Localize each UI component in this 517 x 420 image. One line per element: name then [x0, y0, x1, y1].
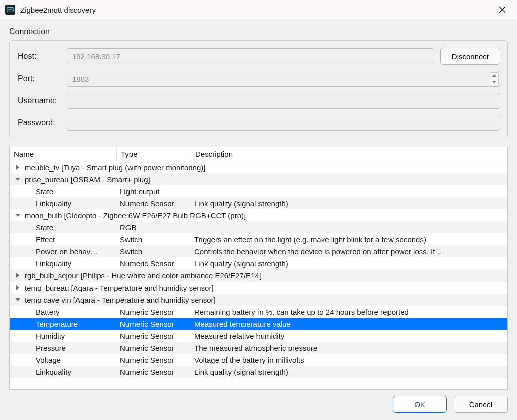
tree-item-type: Numeric Sensor: [117, 259, 191, 268]
host-input[interactable]: [67, 48, 434, 64]
tree-group[interactable]: prise_bureau [OSRAM - Smart+ plug]: [10, 173, 507, 185]
tree-group-label: meuble_tv [Tuya - Smart plug (with power…: [25, 163, 205, 172]
disconnect-button[interactable]: Disconnect: [440, 48, 500, 65]
username-input[interactable]: [67, 93, 500, 109]
tree-item-description: Link quality (signal strength): [191, 368, 507, 376]
tree-group[interactable]: moon_bulb [Gledopto - Zigbee 6W E26/E27 …: [10, 209, 507, 221]
username-label: Username:: [17, 96, 67, 105]
connection-group: Host: Disconnect Port: Username:: [9, 40, 508, 139]
tree-item-type: Numeric Sensor: [117, 356, 191, 364]
close-button[interactable]: [491, 2, 514, 18]
close-icon: [499, 6, 506, 13]
tree-item-type: Numeric Sensor: [117, 332, 191, 340]
column-header-type[interactable]: Type: [117, 147, 191, 161]
tree-item-name: Linkquality: [36, 199, 71, 208]
tree-item-type: RGB: [117, 223, 191, 232]
tree-item[interactable]: LinkqualityNumeric SensorLink quality (s…: [10, 197, 507, 209]
tree-item[interactable]: EffectSwitchTriggers an effect on the li…: [10, 233, 507, 245]
tree-item-type: Numeric Sensor: [117, 308, 191, 316]
tree-item-name: Battery: [36, 308, 60, 316]
tree-header: Name Type Description: [10, 147, 507, 161]
tree-group[interactable]: temp cave vin [Aqara - Temperature and h…: [10, 294, 507, 306]
tree-group[interactable]: rgb_bulb_sejour [Philips - Hue white and…: [10, 269, 507, 282]
tree-group-label: temp_bureau [Aqara - Temperature and hum…: [25, 284, 214, 292]
tree-item-name: Voltage: [36, 356, 61, 364]
cancel-button[interactable]: Cancel: [454, 396, 508, 413]
tree-item[interactable]: StateLight output: [10, 185, 507, 197]
chevron-down-icon[interactable]: [14, 296, 22, 304]
app-icon: [5, 5, 15, 15]
client-area: Connection Host: Disconnect Port: Userna…: [0, 19, 517, 420]
tree-item-description: Measured relative humidity: [191, 332, 507, 340]
password-input[interactable]: [67, 115, 500, 131]
tree-item-name: Power-on behav…: [36, 247, 98, 256]
tree-item-type: Numeric Sensor: [117, 368, 191, 376]
tree-item-type: Switch: [117, 247, 191, 256]
tree-item-name: Pressure: [36, 344, 66, 352]
tree-item[interactable]: Power-on behav…SwitchControls the behavi…: [10, 245, 507, 257]
tree-item[interactable]: LinkqualityNumeric SensorLink quality (s…: [10, 257, 507, 269]
tree-item-name: Linkquality: [36, 368, 71, 376]
dialog-window: Zigbee2mqtt discovery Connection Host: D…: [0, 0, 517, 420]
tree-item-description: Voltage of the battery in millivolts: [191, 356, 507, 364]
tree-item-description: Link quality (signal strength): [191, 259, 507, 268]
tree-item[interactable]: StateRGB: [10, 221, 507, 233]
chevron-right-icon[interactable]: [14, 163, 22, 171]
tree-item-description: Measured temperature value: [191, 320, 507, 328]
tree-item-name: State: [36, 223, 53, 232]
tree-item-type: Switch: [117, 235, 191, 244]
window-title: Zigbee2mqtt discovery: [20, 6, 96, 14]
chevron-down-icon[interactable]: [14, 211, 22, 219]
password-label: Password:: [17, 118, 67, 127]
chevron-right-icon[interactable]: [14, 271, 22, 279]
tree-group-label: rgb_bulb_sejour [Philips - Hue white and…: [25, 271, 262, 280]
tree-item-name: State: [36, 187, 53, 196]
tree-group-label: temp cave vin [Aqara - Temperature and h…: [25, 296, 216, 304]
tree-item[interactable]: PressureNumeric SensorThe measured atmos…: [10, 342, 507, 354]
tree-item-description: Triggers an effect on the light (e.g. ma…: [191, 235, 507, 244]
tree-item-description: Controls the behavior when the device is…: [191, 247, 507, 256]
column-header-description[interactable]: Description: [191, 147, 507, 161]
tree-body[interactable]: meuble_tv [Tuya - Smart plug (with power…: [10, 161, 507, 389]
titlebar: Zigbee2mqtt discovery: [0, 0, 517, 19]
tree-item-description: Remaining battery in %, can take up to 2…: [191, 308, 507, 316]
tree-item-description: The measured atmospheric pressure: [191, 344, 507, 352]
device-tree: Name Type Description meuble_tv [Tuya - …: [9, 147, 508, 390]
tree-item[interactable]: BatteryNumeric SensorRemaining battery i…: [10, 306, 507, 318]
tree-item[interactable]: LinkqualityNumeric SensorLink quality (s…: [10, 366, 507, 378]
tree-group-label: prise_bureau [OSRAM - Smart+ plug]: [25, 175, 150, 184]
tree-item-name: Humidity: [36, 332, 65, 340]
tree-item[interactable]: HumidityNumeric SensorMeasured relative …: [10, 330, 507, 342]
dialog-footer: OK Cancel: [9, 390, 508, 413]
tree-item-type: Numeric Sensor: [117, 320, 191, 328]
tree-group[interactable]: meuble_tv [Tuya - Smart plug (with power…: [10, 161, 507, 173]
tree-item[interactable]: TemperatureNumeric SensorMeasured temper…: [10, 318, 507, 330]
port-spin-up[interactable]: [490, 73, 498, 79]
port-label: Port:: [17, 74, 67, 83]
port-input[interactable]: [67, 71, 500, 87]
port-spin-down[interactable]: [490, 79, 498, 85]
tree-item-name: Effect: [36, 235, 55, 244]
host-label: Host:: [17, 52, 67, 61]
chevron-down-icon[interactable]: [14, 175, 22, 183]
tree-item-type: Numeric Sensor: [117, 344, 191, 352]
tree-item-type: Numeric Sensor: [117, 199, 191, 208]
tree-item-description: Link quality (signal strength): [191, 199, 507, 208]
ok-button[interactable]: OK: [393, 396, 447, 413]
column-header-name[interactable]: Name: [10, 147, 117, 161]
tree-item-name: Temperature: [36, 320, 78, 328]
tree-group-label: moon_bulb [Gledopto - Zigbee 6W E26/E27 …: [25, 211, 246, 220]
tree-item-name: Linkquality: [36, 259, 71, 268]
connection-section-label: Connection: [9, 27, 508, 36]
port-spin-buttons[interactable]: [490, 72, 499, 85]
tree-group[interactable]: temp_bureau [Aqara - Temperature and hum…: [10, 282, 507, 294]
tree-item[interactable]: VoltageNumeric SensorVoltage of the batt…: [10, 354, 507, 366]
tree-item-type: Light output: [117, 187, 191, 196]
chevron-right-icon[interactable]: [14, 284, 22, 292]
